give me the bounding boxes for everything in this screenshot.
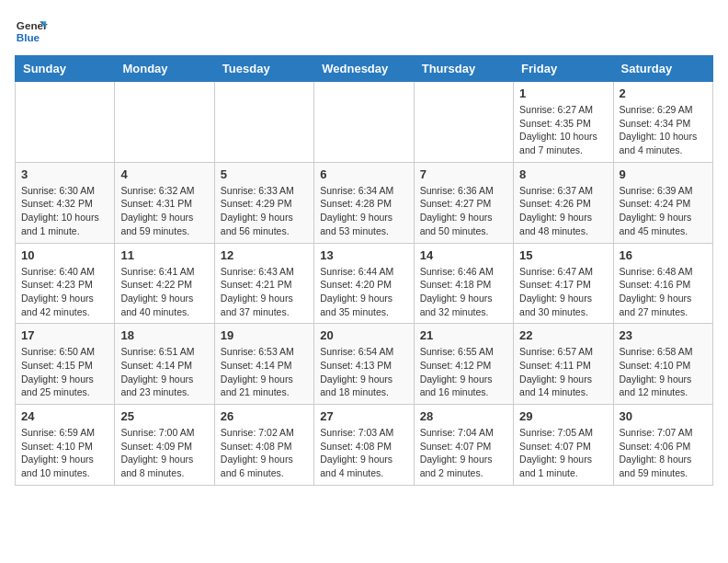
column-header-tuesday: Tuesday bbox=[214, 56, 313, 82]
day-info: Sunrise: 6:57 AM Sunset: 4:11 PM Dayligh… bbox=[519, 345, 607, 399]
day-info: Sunrise: 6:48 AM Sunset: 4:16 PM Dayligh… bbox=[620, 265, 707, 319]
week-row-3: 10Sunrise: 6:40 AM Sunset: 4:23 PM Dayli… bbox=[16, 243, 713, 324]
day-number: 2 bbox=[620, 86, 707, 100]
day-cell: 8Sunrise: 6:37 AM Sunset: 4:26 PM Daylig… bbox=[514, 162, 613, 243]
day-number: 19 bbox=[221, 328, 308, 342]
day-cell: 10Sunrise: 6:40 AM Sunset: 4:23 PM Dayli… bbox=[16, 243, 115, 324]
column-header-friday: Friday bbox=[514, 56, 613, 82]
day-number: 15 bbox=[519, 248, 607, 262]
day-number: 27 bbox=[320, 409, 407, 423]
week-row-2: 3Sunrise: 6:30 AM Sunset: 4:32 PM Daylig… bbox=[16, 162, 713, 243]
day-number: 21 bbox=[420, 328, 507, 342]
day-info: Sunrise: 6:43 AM Sunset: 4:21 PM Dayligh… bbox=[221, 265, 308, 319]
day-info: Sunrise: 6:58 AM Sunset: 4:10 PM Dayligh… bbox=[620, 345, 707, 399]
day-info: Sunrise: 6:44 AM Sunset: 4:20 PM Dayligh… bbox=[320, 265, 407, 319]
day-info: Sunrise: 6:50 AM Sunset: 4:15 PM Dayligh… bbox=[21, 345, 108, 399]
day-number: 9 bbox=[620, 167, 707, 181]
day-info: Sunrise: 7:00 AM Sunset: 4:09 PM Dayligh… bbox=[120, 426, 208, 480]
day-cell: 16Sunrise: 6:48 AM Sunset: 4:16 PM Dayli… bbox=[613, 243, 712, 324]
day-info: Sunrise: 6:33 AM Sunset: 4:29 PM Dayligh… bbox=[221, 184, 308, 238]
day-cell: 6Sunrise: 6:34 AM Sunset: 4:28 PM Daylig… bbox=[314, 162, 414, 243]
day-cell: 22Sunrise: 6:57 AM Sunset: 4:11 PM Dayli… bbox=[514, 324, 613, 405]
day-cell: 21Sunrise: 6:55 AM Sunset: 4:12 PM Dayli… bbox=[414, 324, 513, 405]
day-cell: 24Sunrise: 6:59 AM Sunset: 4:10 PM Dayli… bbox=[16, 405, 115, 486]
day-cell: 2Sunrise: 6:29 AM Sunset: 4:34 PM Daylig… bbox=[613, 82, 712, 163]
day-cell: 1Sunrise: 6:27 AM Sunset: 4:35 PM Daylig… bbox=[514, 82, 613, 163]
day-number: 8 bbox=[519, 167, 607, 181]
day-number: 4 bbox=[120, 167, 208, 181]
day-cell: 27Sunrise: 7:03 AM Sunset: 4:08 PM Dayli… bbox=[314, 405, 414, 486]
day-info: Sunrise: 7:03 AM Sunset: 4:08 PM Dayligh… bbox=[320, 426, 407, 480]
day-info: Sunrise: 7:05 AM Sunset: 4:07 PM Dayligh… bbox=[519, 426, 607, 480]
day-cell: 25Sunrise: 7:00 AM Sunset: 4:09 PM Dayli… bbox=[115, 405, 214, 486]
day-cell: 18Sunrise: 6:51 AM Sunset: 4:14 PM Dayli… bbox=[115, 324, 214, 405]
day-info: Sunrise: 6:41 AM Sunset: 4:22 PM Dayligh… bbox=[120, 265, 208, 319]
day-info: Sunrise: 6:30 AM Sunset: 4:32 PM Dayligh… bbox=[21, 184, 108, 238]
day-cell: 29Sunrise: 7:05 AM Sunset: 4:07 PM Dayli… bbox=[514, 405, 613, 486]
day-number: 10 bbox=[21, 248, 108, 262]
day-cell: 26Sunrise: 7:02 AM Sunset: 4:08 PM Dayli… bbox=[214, 405, 313, 486]
day-cell bbox=[414, 82, 513, 163]
column-header-sunday: Sunday bbox=[16, 56, 115, 82]
page-header: General Blue bbox=[15, 15, 713, 48]
day-number: 25 bbox=[120, 409, 208, 423]
calendar-table: SundayMondayTuesdayWednesdayThursdayFrid… bbox=[15, 55, 713, 486]
day-cell bbox=[314, 82, 414, 163]
day-number: 11 bbox=[120, 248, 208, 262]
day-info: Sunrise: 6:27 AM Sunset: 4:35 PM Dayligh… bbox=[519, 103, 607, 157]
day-info: Sunrise: 6:34 AM Sunset: 4:28 PM Dayligh… bbox=[320, 184, 407, 238]
day-info: Sunrise: 6:55 AM Sunset: 4:12 PM Dayligh… bbox=[420, 345, 507, 399]
day-info: Sunrise: 6:47 AM Sunset: 4:17 PM Dayligh… bbox=[519, 265, 607, 319]
day-cell: 30Sunrise: 7:07 AM Sunset: 4:06 PM Dayli… bbox=[613, 405, 712, 486]
day-number: 13 bbox=[320, 248, 407, 262]
day-cell: 7Sunrise: 6:36 AM Sunset: 4:27 PM Daylig… bbox=[414, 162, 513, 243]
day-cell: 12Sunrise: 6:43 AM Sunset: 4:21 PM Dayli… bbox=[214, 243, 313, 324]
svg-text:Blue: Blue bbox=[17, 31, 40, 43]
day-number: 14 bbox=[420, 248, 507, 262]
day-number: 17 bbox=[21, 328, 108, 342]
day-cell: 15Sunrise: 6:47 AM Sunset: 4:17 PM Dayli… bbox=[514, 243, 613, 324]
day-cell: 28Sunrise: 7:04 AM Sunset: 4:07 PM Dayli… bbox=[414, 405, 513, 486]
day-info: Sunrise: 6:36 AM Sunset: 4:27 PM Dayligh… bbox=[420, 184, 507, 238]
day-info: Sunrise: 6:39 AM Sunset: 4:24 PM Dayligh… bbox=[620, 184, 707, 238]
day-cell: 4Sunrise: 6:32 AM Sunset: 4:31 PM Daylig… bbox=[115, 162, 214, 243]
calendar-header-row: SundayMondayTuesdayWednesdayThursdayFrid… bbox=[16, 56, 713, 82]
day-number: 18 bbox=[120, 328, 208, 342]
day-cell: 17Sunrise: 6:50 AM Sunset: 4:15 PM Dayli… bbox=[16, 324, 115, 405]
day-info: Sunrise: 6:40 AM Sunset: 4:23 PM Dayligh… bbox=[21, 265, 108, 319]
day-info: Sunrise: 6:32 AM Sunset: 4:31 PM Dayligh… bbox=[120, 184, 208, 238]
day-cell: 3Sunrise: 6:30 AM Sunset: 4:32 PM Daylig… bbox=[16, 162, 115, 243]
day-number: 7 bbox=[420, 167, 507, 181]
day-cell: 20Sunrise: 6:54 AM Sunset: 4:13 PM Dayli… bbox=[314, 324, 414, 405]
day-info: Sunrise: 7:04 AM Sunset: 4:07 PM Dayligh… bbox=[420, 426, 507, 480]
day-info: Sunrise: 7:02 AM Sunset: 4:08 PM Dayligh… bbox=[221, 426, 308, 480]
week-row-5: 24Sunrise: 6:59 AM Sunset: 4:10 PM Dayli… bbox=[16, 405, 713, 486]
day-cell: 13Sunrise: 6:44 AM Sunset: 4:20 PM Dayli… bbox=[314, 243, 414, 324]
day-cell: 5Sunrise: 6:33 AM Sunset: 4:29 PM Daylig… bbox=[214, 162, 313, 243]
day-cell: 19Sunrise: 6:53 AM Sunset: 4:14 PM Dayli… bbox=[214, 324, 313, 405]
week-row-1: 1Sunrise: 6:27 AM Sunset: 4:35 PM Daylig… bbox=[16, 82, 713, 163]
column-header-wednesday: Wednesday bbox=[314, 56, 414, 82]
day-number: 20 bbox=[320, 328, 407, 342]
day-number: 16 bbox=[620, 248, 707, 262]
logo-icon: General Blue bbox=[15, 15, 48, 48]
day-info: Sunrise: 6:54 AM Sunset: 4:13 PM Dayligh… bbox=[320, 345, 407, 399]
day-cell: 23Sunrise: 6:58 AM Sunset: 4:10 PM Dayli… bbox=[613, 324, 712, 405]
day-cell bbox=[214, 82, 313, 163]
day-info: Sunrise: 6:59 AM Sunset: 4:10 PM Dayligh… bbox=[21, 426, 108, 480]
day-number: 3 bbox=[21, 167, 108, 181]
day-info: Sunrise: 6:29 AM Sunset: 4:34 PM Dayligh… bbox=[620, 103, 707, 157]
day-number: 5 bbox=[221, 167, 308, 181]
day-number: 1 bbox=[519, 86, 607, 100]
column-header-monday: Monday bbox=[115, 56, 214, 82]
day-number: 30 bbox=[620, 409, 707, 423]
day-cell: 9Sunrise: 6:39 AM Sunset: 4:24 PM Daylig… bbox=[613, 162, 712, 243]
day-number: 24 bbox=[21, 409, 108, 423]
day-info: Sunrise: 6:51 AM Sunset: 4:14 PM Dayligh… bbox=[120, 345, 208, 399]
day-cell bbox=[115, 82, 214, 163]
logo: General Blue bbox=[15, 15, 48, 48]
day-number: 22 bbox=[519, 328, 607, 342]
day-cell bbox=[16, 82, 115, 163]
week-row-4: 17Sunrise: 6:50 AM Sunset: 4:15 PM Dayli… bbox=[16, 324, 713, 405]
day-number: 23 bbox=[620, 328, 707, 342]
